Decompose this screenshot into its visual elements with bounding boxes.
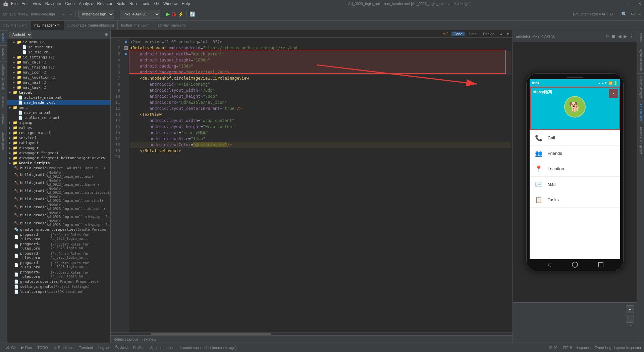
phone-nav-item-location[interactable]: 📍 Location xyxy=(530,161,620,177)
logcat-button[interactable]: Logcat xyxy=(96,346,112,350)
phone-nav-item-tasks[interactable]: 📋 Tasks xyxy=(530,192,620,208)
tree-item-build-gradle-vp2[interactable]: 🔨build.gradle (Module: Ad_0923_login_nul… xyxy=(7,219,110,227)
code-text[interactable]: <?xml version="1.0" encoding="utf-8"?> <… xyxy=(129,38,513,333)
tree-item-proguard-2[interactable]: 📄proguard-rules.pro (ProGuard Rules for … xyxy=(7,241,110,251)
menu-view[interactable]: View xyxy=(33,1,41,6)
tree-item-toolbar-menu-xml[interactable]: 📄toolbar_menu.xml xyxy=(7,115,110,120)
code-editor[interactable]: ⚠ 1 Code Split Design ▲ ▼ 1 2 3 4 5 6 7 … xyxy=(111,30,513,343)
tree-item-gradle-wrapper[interactable]: 🔩gradle-wrapper.properties (Gradle Versi… xyxy=(7,227,110,232)
tree-item-service1[interactable]: ▶📁service1 xyxy=(7,135,110,140)
breadcrumb-textview[interactable]: TextView xyxy=(142,337,156,341)
tree-item-build-gradle-service1[interactable]: 🔨build.gradle (Module: Ad_0923_login_nul… xyxy=(7,195,110,203)
phone-nav-item-friends[interactable]: 👥 Friends xyxy=(530,146,620,161)
tree-settings-button[interactable]: ⚙ xyxy=(105,32,108,37)
tab-nav-header-xml[interactable]: nav_header.xml xyxy=(31,21,64,30)
debug-button[interactable]: 🐞 xyxy=(171,11,177,17)
tree-item-gradle-properties[interactable]: 📄gradle.properties (Project Properties) xyxy=(7,279,110,284)
tab-nav-menu-xml[interactable]: nav_menu.xml xyxy=(0,21,31,30)
tree-item-tablayout[interactable]: ▶📁tablayout xyxy=(7,140,110,145)
build-button[interactable]: 🔨Build xyxy=(112,345,130,350)
menu-help[interactable]: Help xyxy=(182,1,190,6)
tree-item-mipmap[interactable]: ▶📁mipmap xyxy=(7,120,110,125)
tree-item-layout-folder[interactable]: ▼📁layout xyxy=(7,90,110,95)
menu-tools[interactable]: Tools xyxy=(141,1,150,6)
tree-item[interactable]: ▶📁nav_task(2) xyxy=(7,85,110,90)
zoom-in-button[interactable]: + xyxy=(626,305,634,313)
tree-item-build-gradle-material[interactable]: 🔨build.gradle (Module: Ad_0923_login_nul… xyxy=(7,187,110,195)
design-view-button[interactable]: Design xyxy=(481,32,496,36)
tree-item-values[interactable]: ▶📁values xyxy=(7,125,110,130)
menu-window[interactable]: Window xyxy=(163,1,178,6)
tab-build-gradle[interactable]: build.gradle (materialdesign) xyxy=(64,21,118,30)
menu-git[interactable]: Git xyxy=(154,1,159,6)
event-log-button[interactable]: Event Log xyxy=(595,346,611,350)
problems-button[interactable]: ⚠Problems xyxy=(51,345,76,350)
tree-item-nav-header[interactable]: 📄nav_header.xml xyxy=(7,100,110,105)
horizontal-scrollbar[interactable] xyxy=(111,333,513,335)
run-button[interactable]: ▶ xyxy=(166,11,170,17)
sync-button[interactable]: 🔄 xyxy=(190,11,195,17)
phone-nav-item-mail[interactable]: ✉️ Mail xyxy=(530,177,620,192)
tree-item[interactable]: ▶📁nav_location(2) xyxy=(7,75,110,80)
app-inspection-button[interactable]: App Inspection xyxy=(147,346,177,350)
search-everywhere-button[interactable]: 🔍 xyxy=(621,11,627,17)
tree-item[interactable]: ▶📁ic_menu(2) xyxy=(7,40,110,45)
minimize-button[interactable]: ─ xyxy=(627,1,630,6)
left-tab-favorites[interactable]: Favorites xyxy=(0,111,7,129)
tree-item[interactable]: 📄ic_msg.xml xyxy=(7,50,110,55)
left-tab-structure[interactable]: Structure xyxy=(0,93,7,111)
zoom-out-button[interactable]: − xyxy=(626,315,634,323)
tree-scroll-area[interactable]: ▶📁ic_menu(2) 📄ic_mine.xml 📄ic_msg.xml ▶📁… xyxy=(7,39,110,343)
tree-item-build-gradle-app[interactable]: 🔨build.gradle (Module: Ad_0923_login_nul… xyxy=(7,171,110,179)
code-scroll-area[interactable]: 1 2 3 4 5 6 7 8 9 10 11 12 13 14 15 16 1… xyxy=(111,38,513,333)
menu-run[interactable]: Run xyxy=(129,1,137,6)
maximize-button[interactable]: □ xyxy=(633,1,635,6)
left-tab-commit[interactable]: Commit xyxy=(0,45,7,61)
home-button[interactable] xyxy=(572,262,578,268)
right-tab-layout-validation[interactable]: Layout Validation xyxy=(637,45,644,74)
tree-item[interactable]: ▶📁nav_mail(2) xyxy=(7,80,110,85)
run-config-dropdown[interactable]: materialdesign xyxy=(78,10,114,18)
tree-item[interactable]: ▶📁nav_call(2) xyxy=(7,60,110,65)
back-nav-button[interactable]: ← xyxy=(62,11,67,17)
apply-changes-button[interactable]: ⚡ xyxy=(178,11,184,17)
right-tab-gradle[interactable]: Gradle xyxy=(637,30,644,45)
tree-item-local-properties[interactable]: 📄local.properties (SDK Location) xyxy=(7,289,110,294)
terminal-button[interactable]: Terminal xyxy=(76,346,96,350)
close-button[interactable]: ✕ xyxy=(638,1,641,6)
tree-item-build-gradle-banner[interactable]: 🔨build.gradle (Module: Ad_0923_login_nul… xyxy=(7,179,110,187)
right-tab-emulator[interactable]: CS Emulator xyxy=(637,101,644,124)
tab-activity-main-xml[interactable]: activity_main.xml xyxy=(154,21,189,30)
emulator-more-button[interactable]: ⋮ xyxy=(629,34,634,39)
tree-item-nav-menu-xml[interactable]: 📄nav_menu.xml xyxy=(7,110,110,115)
right-tab-device-file-explorer[interactable]: Device File Explorer xyxy=(637,124,644,157)
left-tab-resource-manager[interactable]: Resource Manager xyxy=(0,61,7,93)
split-view-button[interactable]: Split xyxy=(467,32,478,36)
tab-toolbar-menu-xml[interactable]: toolbar_menu.xml xyxy=(118,21,154,30)
tree-item-gradle-scripts[interactable]: ▶📁Gradle Scripts xyxy=(7,161,110,166)
tree-item[interactable]: ▶📁nav_friends(2) xyxy=(7,65,110,70)
left-tab-project[interactable]: Project xyxy=(0,30,7,45)
emulator-next-button[interactable]: ▶ xyxy=(624,34,627,39)
tree-item[interactable]: 📄ic_mine.xml xyxy=(7,45,110,50)
run-status-button[interactable]: ▶Run xyxy=(18,345,35,350)
tree-item-viewpager-fragment-bottom[interactable]: ▶📁viewpager_fragment_bottomnavigationvie… xyxy=(7,156,110,161)
tree-item-build-gradle-tab[interactable]: 🔨build.gradle (Module: Ad_0923_login_nul… xyxy=(7,203,110,211)
tree-item-res-generated[interactable]: ▶📁res (generated) xyxy=(7,130,110,135)
tree-item[interactable]: ▶📁ic_settings(2) xyxy=(7,55,110,60)
emulator-stop-button[interactable]: ⏹ xyxy=(611,34,616,39)
tree-item-settings-gradle[interactable]: 📄settings.gradle (Project Settings) xyxy=(7,284,110,289)
emulator-prev-button[interactable]: ◀ xyxy=(618,34,622,39)
chevron-up-button[interactable]: ▲ xyxy=(499,32,503,36)
project-view-dropdown[interactable]: Android xyxy=(9,32,32,38)
tree-item-activity-main[interactable]: 📄activity_main.xml xyxy=(7,95,110,100)
code-view-button[interactable]: Code xyxy=(451,32,464,36)
forward-nav-button[interactable]: → xyxy=(68,11,73,17)
tree-item-build-gradle-vp1[interactable]: 🔨build.gradle (Module: Ad_0923_login_nul… xyxy=(7,211,110,219)
tree-item-proguard-4[interactable]: 📄proguard-rules.pro (ProGuard Rules for … xyxy=(7,260,110,270)
left-tab-build-variants[interactable]: Build Variants xyxy=(0,129,7,153)
right-tab-device-manager[interactable]: Device Manager xyxy=(637,74,644,101)
menu-refactor[interactable]: Refactor xyxy=(97,1,112,6)
tree-item-viewpager[interactable]: ▶📁viewpager xyxy=(7,145,110,150)
menu-build[interactable]: Build xyxy=(116,1,125,6)
